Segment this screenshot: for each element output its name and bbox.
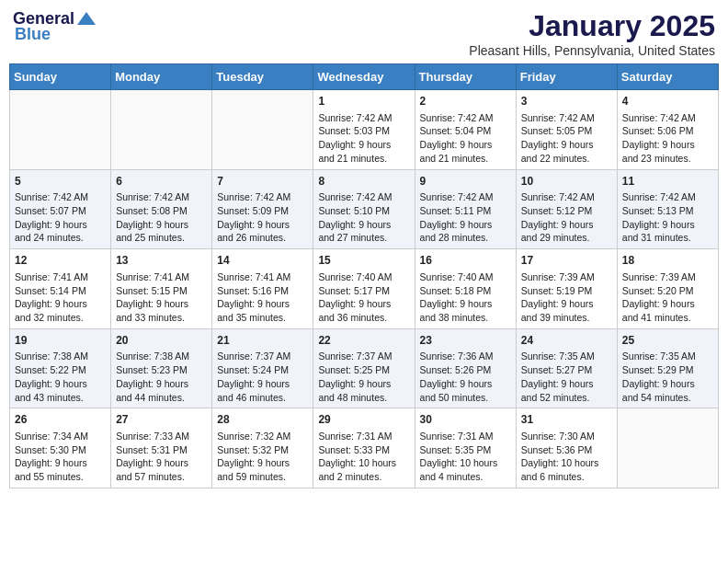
calendar-day-cell: 20Sunrise: 7:38 AMSunset: 5:23 PMDayligh… [111,328,212,408]
day-of-week-header: Monday [111,64,212,90]
sunrise-text: Sunrise: 7:41 AM [217,270,308,284]
sunset-text: Sunset: 5:23 PM [116,363,207,377]
calendar-day-cell: 3Sunrise: 7:42 AMSunset: 5:05 PMDaylight… [516,90,617,170]
sunrise-text: Sunrise: 7:39 AM [622,270,713,284]
sunset-text: Sunset: 5:18 PM [420,284,511,298]
calendar-day-cell: 7Sunrise: 7:42 AMSunset: 5:09 PMDaylight… [212,169,313,249]
calendar-header-row: SundayMondayTuesdayWednesdayThursdayFrid… [10,64,719,90]
sunset-text: Sunset: 5:31 PM [116,443,207,457]
daylight-text: Daylight: 9 hours and 38 minutes. [420,297,511,324]
sunset-text: Sunset: 5:19 PM [521,284,612,298]
day-number: 5 [15,174,106,190]
sunrise-text: Sunrise: 7:38 AM [116,350,207,363]
day-number: 13 [116,253,207,269]
logo: General Blue [13,9,96,44]
sunset-text: Sunset: 5:25 PM [318,363,409,377]
sunset-text: Sunset: 5:09 PM [217,204,308,218]
calendar-week-row: 19Sunrise: 7:38 AMSunset: 5:22 PMDayligh… [10,328,719,408]
day-number: 2 [420,94,511,109]
calendar-day-cell: 16Sunrise: 7:40 AMSunset: 5:18 PMDayligh… [415,249,516,329]
day-number: 20 [116,333,207,349]
calendar-day-cell: 13Sunrise: 7:41 AMSunset: 5:15 PMDayligh… [111,249,212,329]
daylight-text: Daylight: 9 hours and 48 minutes. [318,377,409,404]
sunset-text: Sunset: 5:32 PM [217,443,308,457]
day-number: 27 [116,412,207,428]
day-number: 16 [420,253,511,269]
daylight-text: Daylight: 9 hours and 50 minutes. [420,377,511,404]
day-number: 8 [318,174,409,190]
sunrise-text: Sunrise: 7:42 AM [521,190,612,204]
calendar-day-cell: 26Sunrise: 7:34 AMSunset: 5:30 PMDayligh… [10,408,111,488]
calendar-day-cell: 28Sunrise: 7:32 AMSunset: 5:32 PMDayligh… [212,408,313,488]
sunset-text: Sunset: 5:27 PM [521,363,612,377]
daylight-text: Daylight: 9 hours and 57 minutes. [116,456,207,483]
sunrise-text: Sunrise: 7:33 AM [116,430,207,443]
daylight-text: Daylight: 9 hours and 55 minutes. [15,456,106,483]
calendar-day-cell: 25Sunrise: 7:35 AMSunset: 5:29 PMDayligh… [617,328,718,408]
sunset-text: Sunset: 5:30 PM [15,443,106,457]
day-number: 21 [217,333,308,349]
sunrise-text: Sunrise: 7:36 AM [420,350,511,363]
sunrise-text: Sunrise: 7:42 AM [217,190,308,204]
sunrise-text: Sunrise: 7:37 AM [217,350,308,363]
svg-marker-0 [77,12,96,25]
calendar-day-cell: 15Sunrise: 7:40 AMSunset: 5:17 PMDayligh… [313,249,415,329]
sunrise-text: Sunrise: 7:42 AM [420,190,511,204]
calendar-day-cell: 9Sunrise: 7:42 AMSunset: 5:11 PMDaylight… [415,169,516,249]
day-number: 9 [420,174,511,190]
day-number: 29 [318,412,409,428]
day-number: 24 [521,333,612,349]
day-number: 14 [217,253,308,269]
calendar-title: January 2025 [469,9,715,43]
daylight-text: Daylight: 9 hours and 31 minutes. [622,218,713,245]
daylight-text: Daylight: 10 hours and 2 minutes. [318,456,409,483]
sunrise-text: Sunrise: 7:42 AM [622,111,713,125]
sunset-text: Sunset: 5:20 PM [622,284,713,298]
calendar-day-cell: 31Sunrise: 7:30 AMSunset: 5:36 PMDayligh… [516,408,617,488]
day-of-week-header: Friday [516,64,617,90]
sunrise-text: Sunrise: 7:39 AM [521,270,612,284]
calendar-day-cell: 30Sunrise: 7:31 AMSunset: 5:35 PMDayligh… [415,408,516,488]
calendar-table: SundayMondayTuesdayWednesdayThursdayFrid… [9,63,719,488]
sunset-text: Sunset: 5:29 PM [622,363,713,377]
sunrise-text: Sunrise: 7:42 AM [318,190,409,204]
logo-blue-text: Blue [15,25,51,44]
calendar-week-row: 26Sunrise: 7:34 AMSunset: 5:30 PMDayligh… [10,408,719,488]
sunrise-text: Sunrise: 7:42 AM [521,111,612,125]
calendar-day-cell [617,408,718,488]
logo-icon [75,8,96,29]
daylight-text: Daylight: 9 hours and 52 minutes. [521,377,612,404]
sunset-text: Sunset: 5:24 PM [217,363,308,377]
sunset-text: Sunset: 5:05 PM [521,124,612,138]
sunrise-text: Sunrise: 7:34 AM [15,430,106,443]
calendar-day-cell: 27Sunrise: 7:33 AMSunset: 5:31 PMDayligh… [111,408,212,488]
sunrise-text: Sunrise: 7:42 AM [116,190,207,204]
day-of-week-header: Saturday [617,64,718,90]
sunrise-text: Sunrise: 7:42 AM [622,190,713,204]
daylight-text: Daylight: 9 hours and 43 minutes. [15,377,106,404]
sunrise-text: Sunrise: 7:30 AM [521,430,612,443]
daylight-text: Daylight: 9 hours and 24 minutes. [15,218,106,245]
sunset-text: Sunset: 5:35 PM [420,443,511,457]
sunset-text: Sunset: 5:14 PM [15,284,106,298]
daylight-text: Daylight: 9 hours and 26 minutes. [217,218,308,245]
calendar-week-row: 12Sunrise: 7:41 AMSunset: 5:14 PMDayligh… [10,249,719,329]
daylight-text: Daylight: 9 hours and 44 minutes. [116,377,207,404]
calendar-day-cell: 17Sunrise: 7:39 AMSunset: 5:19 PMDayligh… [516,249,617,329]
sunrise-text: Sunrise: 7:41 AM [15,270,106,284]
sunrise-text: Sunrise: 7:35 AM [622,350,713,363]
daylight-text: Daylight: 9 hours and 35 minutes. [217,297,308,324]
day-number: 31 [521,412,612,428]
daylight-text: Daylight: 10 hours and 6 minutes. [521,456,612,483]
daylight-text: Daylight: 9 hours and 22 minutes. [521,138,612,165]
title-block: January 2025 Pleasant Hills, Pennsylvani… [469,9,715,58]
calendar-day-cell [111,90,212,170]
calendar-day-cell: 8Sunrise: 7:42 AMSunset: 5:10 PMDaylight… [313,169,415,249]
sunrise-text: Sunrise: 7:31 AM [318,430,409,443]
sunset-text: Sunset: 5:03 PM [318,124,409,138]
sunset-text: Sunset: 5:36 PM [521,443,612,457]
day-number: 10 [521,174,612,190]
day-number: 17 [521,253,612,269]
day-number: 18 [622,253,713,269]
sunset-text: Sunset: 5:15 PM [116,284,207,298]
